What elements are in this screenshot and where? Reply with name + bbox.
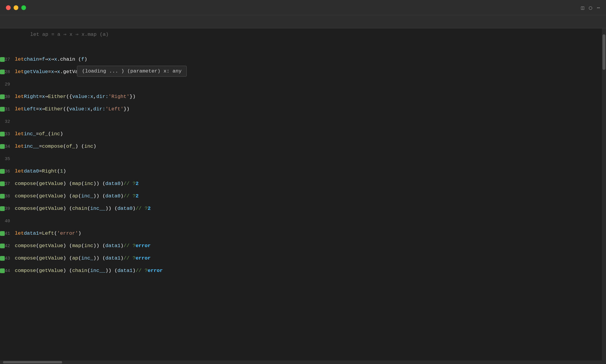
code-line[interactable]: let inc__ = compose (of_) (inc) <box>10 140 96 153</box>
line-indicator <box>0 53 5 66</box>
line-number: 32 <box>5 115 10 128</box>
line-indicator <box>0 227 5 240</box>
line-indicator <box>0 128 5 140</box>
line-number: 30 <box>5 91 10 103</box>
line-number: 35 <box>5 153 10 165</box>
code-line[interactable] <box>10 153 15 165</box>
code-row: 43compose (getValue) (ap (inc_)) (data1)… <box>0 252 606 265</box>
code-row: 30let Right = x ⇒ Either ({ value: x, di… <box>0 91 606 103</box>
title-bar: ◫ ◯ ⋯ <box>0 0 606 15</box>
code-line[interactable] <box>10 78 15 91</box>
code-line-partial[interactable]: let ap = a ⇒ x ⇒ x.map (a) <box>25 28 109 41</box>
code-line[interactable]: let data1 = Left ('error') <box>10 227 81 240</box>
code-row: 36let data0 = Right (1) <box>0 165 606 178</box>
more-options-icon[interactable]: ⋯ <box>597 4 600 11</box>
minimize-button[interactable] <box>14 5 18 10</box>
code-row: 29 <box>0 78 606 91</box>
line-number: 34 <box>5 140 10 153</box>
code-line[interactable]: compose (getValue) (map (inc)) (data1) /… <box>10 240 151 252</box>
code-row: 44compose (getValue) (chain (inc__)) (da… <box>0 265 606 277</box>
code-row: 38compose (getValue) (ap (inc_)) (data0)… <box>0 190 606 202</box>
line-number <box>5 28 25 41</box>
line-number: 44 <box>5 265 10 277</box>
code-line[interactable] <box>10 215 15 227</box>
circle-icon: ◯ <box>589 4 592 11</box>
code-row: 27let chain = f ⇒ x ⇒ x.chain (f) <box>0 53 606 66</box>
line-indicator <box>0 140 5 153</box>
line-indicator <box>0 240 5 252</box>
line-indicator <box>0 28 5 41</box>
line-indicator <box>0 265 5 277</box>
horizontal-scrollbar[interactable] <box>0 360 602 364</box>
line-indicator <box>0 202 5 215</box>
line-number: 36 <box>5 165 10 178</box>
code-line[interactable]: compose (getValue) (ap (inc_)) (data1) /… <box>10 252 151 265</box>
line-number: 33 <box>5 128 10 140</box>
line-number: 43 <box>5 252 10 265</box>
line-number: 37 <box>5 178 10 190</box>
line-number: 29 <box>5 78 10 91</box>
traffic-lights <box>6 5 26 10</box>
hover-tooltip: (loading ... ) (parameter) x: any <box>77 66 187 77</box>
code-line[interactable]: compose (getValue) (ap (inc_)) (data0) /… <box>10 190 138 202</box>
line-indicator <box>0 190 5 202</box>
line-indicator <box>0 66 5 78</box>
tab-label[interactable] <box>5 21 11 23</box>
code-row: 31let Left = x ⇒ Either ({ value: x, dir… <box>0 103 606 115</box>
code-line[interactable]: let data0 = Right (1) <box>10 165 66 178</box>
code-row <box>0 41 606 53</box>
code-line[interactable]: compose (getValue) (chain (inc__)) (data… <box>10 202 151 215</box>
line-indicator <box>0 91 5 103</box>
scrollbar-thumb[interactable] <box>602 34 605 70</box>
code-line[interactable]: compose (getValue) (map (inc)) (data0) /… <box>10 178 138 190</box>
title-bar-actions: ◫ ◯ ⋯ <box>581 4 600 11</box>
line-indicator <box>0 41 5 53</box>
line-number: 38 <box>5 190 10 202</box>
code-row: 32 <box>0 115 606 128</box>
line-indicator <box>0 252 5 265</box>
code-row: 39compose (getValue) (chain (inc__)) (da… <box>0 202 606 215</box>
code-line[interactable]: let chain = f ⇒ x ⇒ x.chain (f) <box>10 53 87 66</box>
code-line[interactable]: let Left = x ⇒ Either ({ value: x, dir: … <box>10 103 130 115</box>
line-number: 28 <box>5 66 10 78</box>
line-number: 31 <box>5 103 10 115</box>
line-indicator <box>0 178 5 190</box>
code-row: 41let data1 = Left ('error') <box>0 227 606 240</box>
close-button[interactable] <box>6 5 11 10</box>
editor-container: let ap = a ⇒ x ⇒ x.map (a) 27let chain =… <box>0 28 606 364</box>
line-indicator <box>0 115 5 128</box>
vertical-scrollbar[interactable] <box>602 28 606 364</box>
code-row-partial: let ap = a ⇒ x ⇒ x.map (a) <box>0 28 606 41</box>
code-row: 34let inc__ = compose (of_) (inc) <box>0 140 606 153</box>
line-number: 27 <box>5 53 10 66</box>
line-indicator <box>0 165 5 178</box>
tab-bar <box>0 15 606 28</box>
line-number: 39 <box>5 202 10 215</box>
split-editor-icon[interactable]: ◫ <box>581 4 584 11</box>
code-row: 33let inc_ = of_ (inc) <box>0 128 606 140</box>
line-indicator <box>0 103 5 115</box>
line-number: 40 <box>5 215 10 227</box>
code-line[interactable]: compose (getValue) (chain (inc__)) (data… <box>10 265 163 277</box>
code-row: 37compose (getValue) (map (inc)) (data0)… <box>0 178 606 190</box>
line-indicator <box>0 153 5 165</box>
line-indicator <box>0 215 5 227</box>
code-line[interactable]: let Right = x ⇒ Either ({ value: x, dir:… <box>10 91 136 103</box>
maximize-button[interactable] <box>21 5 26 10</box>
line-number: 41 <box>5 227 10 240</box>
line-number: 42 <box>5 240 10 252</box>
line-indicator <box>0 78 5 91</box>
code-line[interactable] <box>10 115 15 128</box>
code-row: 35 <box>0 153 606 165</box>
code-row: 40 <box>0 215 606 227</box>
code-line[interactable]: let inc_ = of_ (inc) <box>10 128 63 140</box>
code-row: 42compose (getValue) (map (inc)) (data1)… <box>0 240 606 252</box>
code-line[interactable] <box>5 41 9 53</box>
